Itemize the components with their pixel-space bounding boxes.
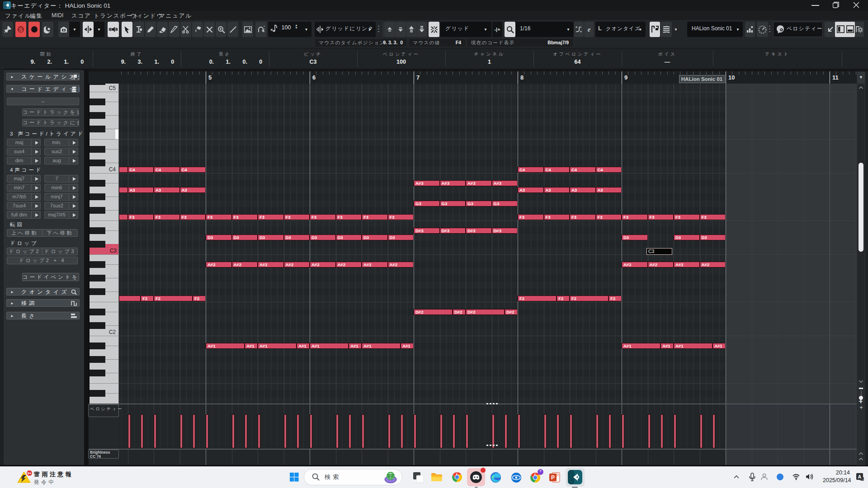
svg-text:P: P (551, 474, 555, 481)
svg-text:A: A (858, 474, 862, 479)
svg-text:9+: 9+ (27, 471, 31, 475)
svg-text:S: S (19, 26, 23, 33)
